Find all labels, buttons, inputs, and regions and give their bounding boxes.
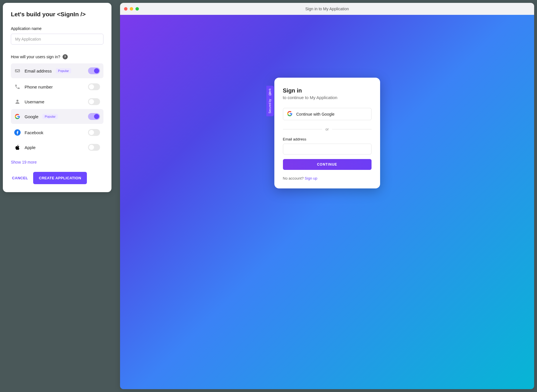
sign-in-methods-label: How will your users sign in? ? [11,54,103,59]
provider-row-facebook: Facebook [11,125,103,140]
secured-by-tab: Secured by Ⓒ clerk [266,86,274,116]
signin-subtitle: to continue to My Application [283,95,372,100]
builder-panel: Let's build your <SignIn /> Application … [3,3,111,192]
toggle-phone[interactable] [88,83,100,90]
provider-label: Facebook [25,130,43,135]
sign-in-methods-text: How will your users sign in? [11,55,60,59]
close-window-icon[interactable] [124,7,127,11]
show-more-link[interactable]: Show 19 more [11,160,103,164]
signin-wrapper: Secured by Ⓒ clerk Sign in to continue t… [274,78,380,188]
toggle-facebook[interactable] [88,129,100,136]
traffic-lights [124,7,139,11]
google-icon [287,111,292,117]
maximize-window-icon[interactable] [135,7,139,11]
email-input[interactable] [283,144,372,154]
window-titlebar: Sign in to My Application [120,3,534,15]
google-icon [14,113,21,120]
panel-actions: CANCEL CREATE APPLICATION [11,172,103,184]
help-icon[interactable]: ? [63,54,68,59]
facebook-icon [14,129,21,136]
user-icon [14,98,21,105]
provider-row-username: Username [11,94,103,109]
apple-icon [14,144,21,150]
create-application-button[interactable]: CREATE APPLICATION [33,172,87,184]
provider-label: Phone number [25,85,53,89]
provider-label: Apple [25,145,35,150]
toggle-email[interactable] [88,67,100,74]
cancel-button[interactable]: CANCEL [11,172,29,184]
provider-row-phone: Phone number [11,79,103,94]
divider: or [283,127,372,131]
toggle-google[interactable] [88,113,100,120]
provider-label: Username [25,99,44,104]
email-field-label: Email address [283,137,372,141]
signup-line: No account? Sign up [283,176,372,180]
popular-badge: Popular [56,68,71,73]
divider-text: or [326,127,329,131]
panel-title: Let's build your <SignIn /> [11,11,103,18]
toggle-username[interactable] [88,98,100,105]
popular-badge: Popular [42,114,58,119]
phone-icon [14,84,21,90]
window-title: Sign in to My Application [120,7,534,11]
provider-row-google: Google Popular [11,109,103,124]
svg-point-0 [17,100,19,102]
app-name-input[interactable] [11,34,103,45]
provider-row-apple: Apple [11,140,103,155]
signup-link[interactable]: Sign up [305,176,317,180]
provider-row-email: Email address Popular [11,63,103,78]
continue-button[interactable]: CONTINUE [283,159,372,170]
google-button-label: Continue with Google [296,112,335,116]
preview-window: Sign in to My Application Secured by Ⓒ c… [120,3,534,389]
provider-label: Google [25,114,38,119]
provider-label: Email address [25,69,52,73]
preview-body: Secured by Ⓒ clerk Sign in to continue t… [120,15,534,389]
signin-card: Sign in to continue to My Application Co… [274,78,380,188]
no-account-text: No account? [283,176,305,180]
email-icon [14,68,21,74]
signin-title: Sign in [283,87,372,94]
app-name-label: Application name [11,26,103,31]
toggle-apple[interactable] [88,144,100,151]
continue-with-google-button[interactable]: Continue with Google [283,108,372,120]
minimize-window-icon[interactable] [130,7,133,11]
